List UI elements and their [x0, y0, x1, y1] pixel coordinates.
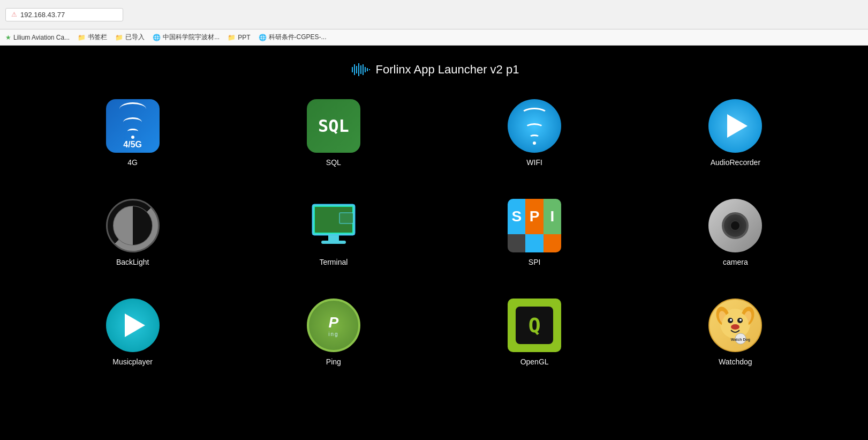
bookmark-item[interactable]: 🌐 科研条件-CGPES-...	[259, 33, 327, 42]
bookmark-label: 科研条件-CGPES-...	[269, 33, 327, 42]
bookmark-item[interactable]: 📁 已导入	[115, 33, 145, 42]
app-icon-ping: P ing	[307, 299, 360, 352]
bookmark-icon: 📁	[115, 34, 123, 41]
app-label-terminal: Terminal	[319, 258, 348, 266]
app-opengl[interactable]: Q OpenGL	[434, 299, 635, 366]
url-bar[interactable]: ⚠ 192.168.43.77	[5, 8, 123, 21]
bookmark-label: Lilium Aviation Ca...	[13, 34, 70, 41]
bookmark-item[interactable]: 📁 书签栏	[78, 33, 107, 42]
bookmark-label: 书签栏	[88, 33, 107, 42]
app-label-wifi: WIFI	[526, 158, 542, 167]
app-icon-musicplayer	[106, 299, 160, 352]
bookmark-icon: 🌐	[153, 34, 161, 41]
bookmark-icon: ★	[5, 34, 11, 41]
bookmark-label: 已导入	[125, 33, 145, 42]
browser-toolbar: ⚠ 192.168.43.77	[0, 0, 868, 29]
apps-grid: 4/5G 4G SQL SQL WIFI	[32, 99, 836, 366]
audio-wave-icon	[349, 62, 371, 78]
app-label-spi: SPI	[529, 258, 541, 266]
app-launcher: Forlinx App Launcher v2 p1 4/5G 4G	[0, 46, 868, 440]
app-label-watchdog: Watchdog	[719, 357, 752, 366]
bookmark-label: 中国科学院宇波材...	[163, 33, 220, 42]
app-label-camera: camera	[723, 258, 748, 266]
app-spi[interactable]: S P I SPI	[434, 199, 635, 266]
app-4g[interactable]: 4/5G 4G	[32, 99, 233, 167]
app-icon-sql: SQL	[307, 99, 360, 153]
bookmark-label: PPT	[238, 34, 250, 41]
app-icon-spi: S P I	[508, 199, 561, 252]
launcher-header: Forlinx App Launcher v2 p1	[32, 56, 836, 78]
bookmark-item[interactable]: 📁 PPT	[228, 34, 250, 41]
bookmark-item[interactable]: 🌐 中国科学院宇波材...	[153, 33, 220, 42]
app-ping[interactable]: P ing Ping	[233, 299, 434, 366]
svg-point-28	[731, 324, 739, 330]
app-watchdog[interactable]: Watch Dog Watchdog	[635, 299, 836, 366]
app-icon-audiorecorder	[708, 99, 762, 153]
svg-text:Watch Dog: Watch Dog	[731, 338, 750, 342]
app-wifi[interactable]: WIFI	[434, 99, 635, 167]
app-icon-backlight	[106, 199, 160, 252]
bookmark-icon: 🌐	[259, 34, 267, 41]
app-icon-wifi	[508, 99, 561, 153]
app-label-musicplayer: Musicplayer	[112, 357, 153, 366]
bookmarks-bar: ★ Lilium Aviation Ca... 📁 书签栏 📁 已导入 🌐 中国…	[0, 29, 868, 46]
svg-rect-15	[321, 241, 346, 244]
app-musicplayer[interactable]: Musicplayer	[32, 299, 233, 366]
app-sql[interactable]: SQL SQL	[233, 99, 434, 167]
app-label-audiorecorder: AudioRecorder	[711, 158, 760, 167]
svg-point-26	[730, 319, 732, 321]
app-camera[interactable]: camera	[635, 199, 836, 266]
app-icon-camera	[708, 199, 762, 252]
svg-point-27	[739, 319, 742, 321]
security-icon: ⚠	[11, 11, 17, 18]
app-label-ping: Ping	[326, 357, 341, 366]
app-icon-terminal	[307, 199, 360, 252]
app-label-sql: SQL	[326, 158, 341, 167]
svg-rect-17	[340, 213, 353, 223]
app-icon-opengl: Q	[508, 299, 561, 352]
bookmark-item[interactable]: ★ Lilium Aviation Ca...	[5, 34, 70, 41]
app-audiorecorder[interactable]: AudioRecorder	[635, 99, 836, 167]
app-backlight[interactable]: BackLight	[32, 199, 233, 266]
bookmark-icon: 📁	[228, 34, 236, 41]
app-terminal[interactable]: Terminal	[233, 199, 434, 266]
svg-rect-14	[328, 235, 339, 241]
app-label-backlight: BackLight	[116, 258, 149, 266]
app-label-4g: 4G	[127, 158, 138, 167]
url-text: 192.168.43.77	[20, 11, 65, 19]
launcher-title: Forlinx App Launcher v2 p1	[376, 63, 519, 77]
app-icon-4g: 4/5G	[106, 99, 160, 153]
app-icon-watchdog: Watch Dog	[708, 299, 762, 352]
app-label-opengl: OpenGL	[520, 357, 549, 366]
bookmark-icon: 📁	[78, 34, 86, 41]
